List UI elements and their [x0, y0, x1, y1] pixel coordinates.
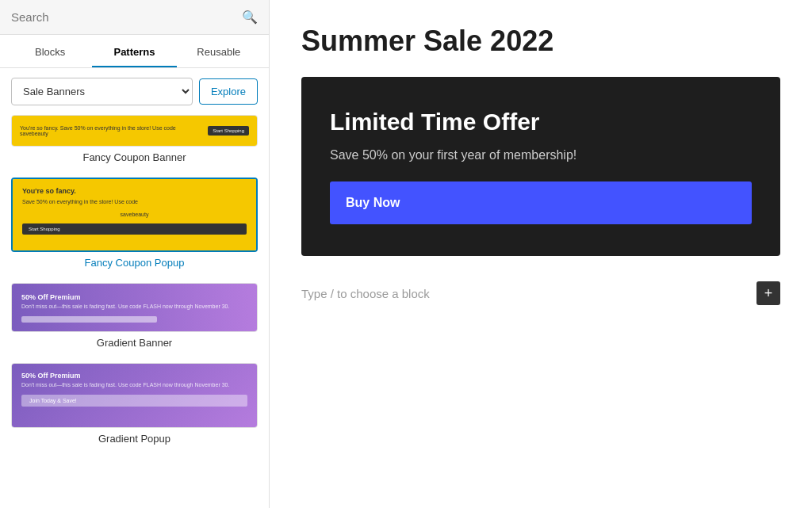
gradient-banner-title: 50% Off Premium [21, 293, 247, 301]
pattern-label-fancy-popup: Fancy Coupon Popup [11, 257, 258, 269]
fancy-popup-text: Save 50% on everything in the store! Use… [22, 198, 247, 205]
search-bar: 🔍 [0, 0, 269, 35]
fancy-popup-title: You're so fancy. [22, 187, 247, 195]
pattern-list: You're so fancy. Save 50% on everything … [0, 115, 269, 475]
fancy-popup-code: savebeauty [22, 212, 247, 217]
sidebar: 🔍 Blocks Patterns Reusable Sale Banners … [0, 0, 270, 508]
pattern-preview-gradient-banner: 50% Off Premium Don't miss out—this sale… [11, 283, 258, 332]
search-icon: 🔍 [242, 10, 258, 25]
buy-now-button[interactable]: Buy Now [330, 181, 752, 224]
list-item[interactable]: 50% Off Premium Don't miss out—this sale… [11, 283, 258, 349]
list-item[interactable]: 50% Off Premium Don't miss out—this sale… [11, 363, 258, 445]
fancy-banner-preview: You're so fancy. Save 50% on everything … [12, 116, 257, 146]
gradient-popup-title: 50% Off Premium [21, 372, 247, 380]
fancy-banner-cta: Start Shopping [208, 126, 249, 136]
offer-title: Limited Time Offer [330, 109, 752, 136]
fancy-banner-text: You're so fancy. Save 50% on everything … [20, 125, 203, 136]
list-item[interactable]: You're so fancy. Save 50% on everything … [11, 178, 258, 269]
gradient-popup-cta: Join Today & Save! [21, 395, 247, 407]
filter-row: Sale Banners Headers Footers Testimonial… [0, 68, 269, 115]
pattern-label-gradient-popup: Gradient Popup [11, 433, 258, 445]
gradient-popup-text: Don't miss out—this sale is fading fast.… [21, 382, 247, 388]
tabs-bar: Blocks Patterns Reusable [0, 35, 269, 68]
gradient-banner-preview: 50% Off Premium Don't miss out—this sale… [12, 284, 257, 331]
pattern-preview-fancy-popup: You're so fancy. Save 50% on everything … [11, 178, 258, 252]
page-title: Summer Sale 2022 [301, 24, 780, 58]
pattern-label-gradient-banner: Gradient Banner [11, 337, 258, 349]
list-item[interactable]: You're so fancy. Save 50% on everything … [11, 115, 258, 163]
gradient-banner-bar [21, 316, 157, 323]
fancy-popup-preview: You're so fancy. Save 50% on everything … [13, 179, 256, 250]
type-block: Type / to choose a block + [301, 272, 780, 315]
add-block-button[interactable]: + [756, 281, 780, 305]
sale-banner-block: Limited Time Offer Save 50% on your firs… [301, 77, 780, 256]
pattern-preview-gradient-popup: 50% Off Premium Don't miss out—this sale… [11, 363, 258, 428]
pattern-preview-fancy-banner: You're so fancy. Save 50% on everything … [11, 115, 258, 147]
gradient-banner-text: Don't miss out—this sale is fading fast.… [21, 304, 247, 309]
tab-patterns[interactable]: Patterns [92, 35, 176, 67]
tab-reusable[interactable]: Reusable [177, 35, 261, 67]
pattern-label-fancy-banner: Fancy Coupon Banner [11, 151, 258, 163]
search-input[interactable] [11, 10, 242, 24]
fancy-popup-cta: Start Shopping [22, 223, 247, 235]
offer-text: Save 50% on your first year of membershi… [330, 148, 752, 162]
type-block-placeholder: Type / to choose a block [301, 287, 430, 300]
explore-button[interactable]: Explore [199, 78, 258, 105]
main-content: Summer Sale 2022 Limited Time Offer Save… [270, 0, 812, 508]
category-select[interactable]: Sale Banners Headers Footers Testimonial… [11, 78, 193, 105]
gradient-popup-preview: 50% Off Premium Don't miss out—this sale… [12, 364, 257, 427]
tab-blocks[interactable]: Blocks [8, 35, 92, 67]
